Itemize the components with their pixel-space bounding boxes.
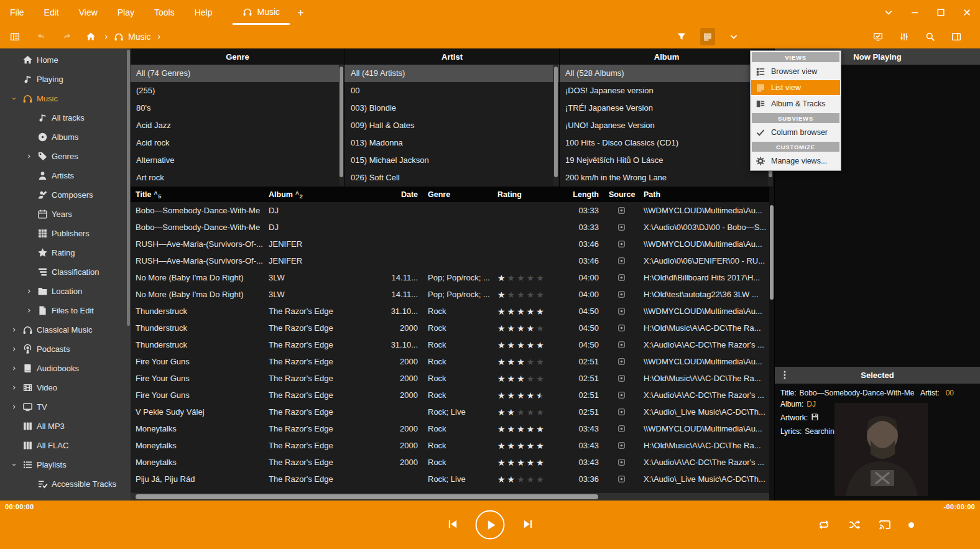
rating-stars[interactable]: ★★★★★ xyxy=(497,274,546,282)
browser-column-header[interactable]: Genre xyxy=(131,48,344,65)
menu-chevron-button[interactable] xyxy=(876,0,902,25)
rating-stars[interactable]: ★★★★★ xyxy=(497,391,546,400)
more-options-icon[interactable] xyxy=(780,369,790,381)
browser-item[interactable]: 015) Michael Jackson xyxy=(345,152,559,169)
menu-help[interactable]: Help xyxy=(185,0,223,25)
sidebar-scrollbar[interactable] xyxy=(127,50,130,326)
search-button[interactable] xyxy=(923,28,938,45)
browser-item[interactable]: 026) Soft Cell xyxy=(345,169,559,187)
rating-stars[interactable]: ★★★★★ xyxy=(497,290,546,299)
sidebar-item-audiobooks[interactable]: Audiobooks xyxy=(0,359,131,378)
column-header-title[interactable]: Title^5 xyxy=(131,187,264,202)
play-button[interactable] xyxy=(476,510,505,540)
expand-chevron-icon[interactable] xyxy=(24,288,34,295)
sidebar-item-playlists[interactable]: Playlists xyxy=(0,455,131,474)
collapse-chevron-icon[interactable] xyxy=(9,461,19,469)
expand-chevron-icon[interactable] xyxy=(9,346,19,353)
monitor-button[interactable] xyxy=(871,28,885,45)
column-header-rating[interactable]: Rating xyxy=(492,187,558,202)
rating-stars[interactable]: ★★★★★ xyxy=(497,324,546,333)
browser-column-scrollbar[interactable] xyxy=(339,65,344,186)
sidebar-item-all-flac[interactable]: All FLAC xyxy=(0,436,131,455)
menu-play[interactable]: Play xyxy=(108,0,144,25)
expand-chevron-icon[interactable] xyxy=(9,365,19,372)
previous-button[interactable] xyxy=(445,517,461,533)
table-row[interactable]: MoneytalksThe Razor's Edge2000Rock★★★★★0… xyxy=(131,454,769,471)
table-row[interactable]: Piju Já, Piju RádThe Razor's EdgeRock; L… xyxy=(131,471,769,487)
table-row[interactable]: MoneytalksThe Razor's Edge2000Rock★★★★★0… xyxy=(131,420,769,437)
table-row[interactable]: Fire Your GunsThe Razor's Edge2000Rock★★… xyxy=(131,370,769,387)
column-header-path[interactable]: Path xyxy=(639,187,769,202)
sidebar-item-home[interactable]: Home xyxy=(0,50,131,70)
browser-column-header[interactable]: Artist xyxy=(345,48,559,65)
table-row[interactable]: No More (Baby I'ma Do Right)3LW14.11...P… xyxy=(131,286,769,303)
rating-stars[interactable]: ★★★★★ xyxy=(497,425,546,433)
column-header-date[interactable]: Date xyxy=(374,187,423,202)
menu-file[interactable]: File xyxy=(0,0,34,25)
browser-scrollbar-thumb[interactable] xyxy=(554,67,558,177)
sidebar-item-rating[interactable]: Rating xyxy=(0,243,131,262)
table-row[interactable]: Bobo—Somebody-Dance-With-MeDJ03:33X:\Aud… xyxy=(131,219,769,236)
table-row[interactable]: ThunderstruckThe Razor's Edge2000Rock★★★… xyxy=(131,320,769,336)
column-header-length[interactable]: Length xyxy=(558,187,604,202)
rating-stars[interactable]: ★★★★★ xyxy=(497,341,546,349)
browser-item[interactable]: Acid rock xyxy=(131,134,344,152)
browser-item[interactable]: All (74 Genres) xyxy=(131,65,344,82)
selected-artist-value[interactable]: 00 xyxy=(946,389,954,397)
browser-item[interactable]: ¡TRÉ! Japanese Version xyxy=(560,99,774,117)
sidebar-item-genres[interactable]: Genres xyxy=(0,147,131,166)
sidebar-item-tv[interactable]: TV xyxy=(0,397,131,417)
browser-item[interactable]: 200 km/h in the Wrong Lane xyxy=(560,169,774,187)
sidebar-item-classical-music[interactable]: Classical Music xyxy=(0,320,131,339)
table-row[interactable]: RUSH—Ave-Maria-(Survivors-Of-...JENIFER0… xyxy=(131,252,769,269)
layout-button[interactable] xyxy=(949,28,964,45)
sidebar-item-composers[interactable]: Composers xyxy=(0,185,131,205)
view-menu-item-column-browser[interactable]: Column browser xyxy=(751,124,841,141)
browser-item[interactable]: Acid Jazz xyxy=(131,117,344,134)
menu-edit[interactable]: Edit xyxy=(34,0,69,25)
column-header-source[interactable]: Source xyxy=(604,187,639,202)
sidebar-item-all-tracks[interactable]: All tracks xyxy=(0,108,131,127)
menu-view[interactable]: View xyxy=(69,0,108,25)
maximize-button[interactable] xyxy=(928,0,954,25)
view-menu-item-album-tracks[interactable]: Album & Tracks xyxy=(751,96,841,112)
sidebar-item-podcasts[interactable]: Podcasts xyxy=(0,339,131,359)
browser-item[interactable]: 19 Největších Hitů O Lásce xyxy=(560,152,774,169)
browser-item[interactable]: All (528 Albums) xyxy=(560,65,774,82)
table-row[interactable]: Fire Your GunsThe Razor's Edge2000Rock★★… xyxy=(131,387,769,404)
view-menu-item-list-view[interactable]: List view xyxy=(751,80,841,96)
browser-item[interactable]: ¡DOS! Japanese version xyxy=(560,82,774,99)
browser-item[interactable]: Alternative xyxy=(131,152,344,169)
browser-item[interactable]: 013) Madonna xyxy=(345,134,559,152)
sidebar-item-playing[interactable]: Playing xyxy=(0,70,131,89)
cast-button[interactable] xyxy=(878,518,892,532)
equalizer-button[interactable] xyxy=(897,28,912,45)
next-button[interactable] xyxy=(520,517,536,533)
rating-stars[interactable]: ★★★★★ xyxy=(497,374,546,383)
expand-chevron-icon[interactable] xyxy=(24,153,34,160)
horizontal-scrollbar[interactable] xyxy=(131,493,769,501)
volume-knob[interactable] xyxy=(908,522,914,528)
tab-music[interactable]: Music xyxy=(233,0,290,25)
column-header-genre[interactable]: Genre xyxy=(423,187,492,202)
table-row[interactable]: Fire Your GunsThe Razor's Edge2000Rock★★… xyxy=(131,353,769,370)
filter-button[interactable] xyxy=(674,28,689,45)
column-header-album[interactable]: Album^2 xyxy=(264,187,374,202)
redo-button[interactable] xyxy=(60,28,75,45)
vertical-scrollbar-thumb[interactable] xyxy=(770,205,774,300)
table-row[interactable]: V Pekle Sudy VálejThe Razor's EdgeRock; … xyxy=(131,404,769,420)
sidebar-item-music[interactable]: Music xyxy=(0,89,131,108)
rating-stars[interactable]: ★★★★★ xyxy=(497,307,546,316)
close-button[interactable] xyxy=(954,0,980,25)
expand-chevron-icon[interactable] xyxy=(24,307,34,315)
browser-column-header[interactable]: Album xyxy=(560,48,774,65)
save-artwork-button[interactable] xyxy=(811,413,821,423)
sidebar-item-location[interactable]: Location xyxy=(0,282,131,301)
expand-chevron-icon[interactable] xyxy=(9,326,19,334)
browser-column-scrollbar[interactable] xyxy=(553,65,558,186)
expand-chevron-icon[interactable] xyxy=(9,384,19,392)
browser-item[interactable]: (255) xyxy=(131,82,344,99)
horizontal-scrollbar-thumb[interactable] xyxy=(136,494,598,499)
table-row[interactable]: MoneytalksThe Razor's Edge2000Rock★★★★★0… xyxy=(131,437,769,454)
browser-item[interactable]: All (419 Artists) xyxy=(345,65,559,82)
